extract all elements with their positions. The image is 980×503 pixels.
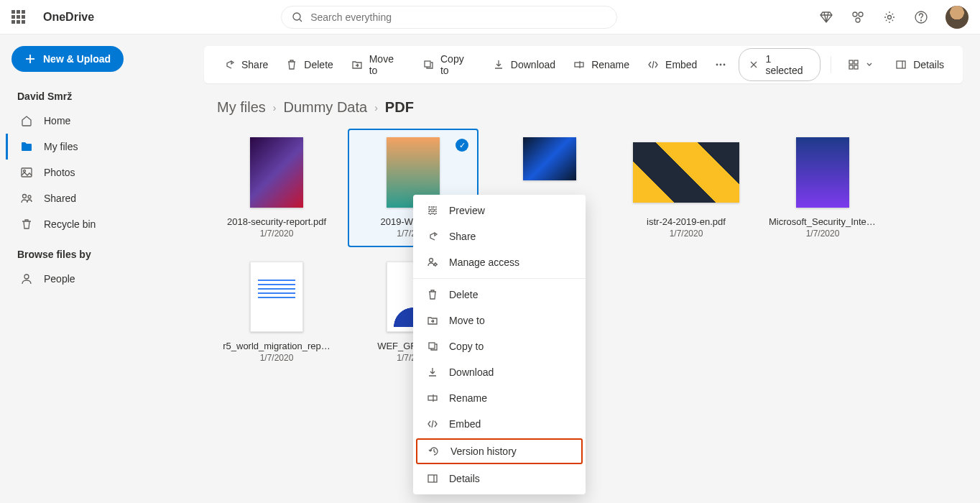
close-icon[interactable]: [749, 60, 758, 69]
menu-copy-to[interactable]: Copy to: [413, 333, 586, 359]
file-name: 2018-security-report.pdf: [220, 216, 333, 227]
breadcrumb-folder[interactable]: Dummy Data: [283, 99, 367, 116]
svg-point-0: [293, 13, 300, 20]
file-tile[interactable]: 2018-security-report.pdf 1/7/2020: [211, 129, 342, 247]
svg-point-30: [435, 264, 437, 266]
brand-name[interactable]: OneDrive: [43, 11, 94, 24]
info-icon: [426, 472, 439, 485]
download-button[interactable]: Download: [486, 54, 561, 75]
rename-icon: [426, 392, 439, 405]
settings-icon[interactable]: [882, 10, 897, 24]
new-upload-button[interactable]: New & Upload: [11, 46, 124, 72]
checkmark-icon[interactable]: ✓: [456, 139, 468, 152]
user-avatar[interactable]: [946, 6, 969, 29]
info-icon: [895, 58, 907, 71]
svg-rect-31: [429, 343, 435, 349]
trash-icon: [426, 288, 439, 301]
premium-icon[interactable]: [819, 10, 833, 24]
svg-point-2: [853, 12, 857, 17]
file-tile[interactable]: istr-24-2019-en.pdf 1/7/2020: [621, 129, 752, 247]
menu-embed[interactable]: Embed: [413, 411, 586, 437]
menu-delete[interactable]: Delete: [413, 282, 586, 308]
nav-shared[interactable]: Shared: [6, 185, 181, 211]
menu-share-label: Share: [449, 231, 476, 242]
menu-share[interactable]: Share: [413, 223, 586, 249]
rename-label: Rename: [591, 59, 629, 70]
breadcrumb-root[interactable]: My files: [217, 99, 266, 116]
svg-rect-34: [428, 475, 437, 482]
menu-embed-label: Embed: [449, 418, 481, 430]
menu-move-to[interactable]: Move to: [413, 308, 586, 333]
svg-point-29: [430, 259, 433, 262]
file-name: Microsoft_Security_Intell…: [766, 216, 879, 227]
folder-icon: [19, 139, 34, 154]
nav-home[interactable]: Home: [6, 108, 181, 134]
more-button[interactable]: [708, 54, 733, 75]
menu-details[interactable]: Details: [413, 466, 586, 492]
access-icon: [426, 256, 439, 269]
search-input[interactable]: [310, 11, 606, 23]
help-icon[interactable]: [914, 10, 928, 24]
svg-point-19: [720, 64, 722, 66]
folder-arrow-icon: [351, 58, 364, 71]
move-to-label: Move to: [369, 53, 405, 76]
file-thumbnail: [633, 142, 739, 203]
nav-my-files[interactable]: My files: [6, 134, 181, 160]
selection-pill[interactable]: 1 selected: [739, 48, 820, 81]
menu-copy-to-label: Copy to: [449, 341, 484, 352]
nav-home-label: Home: [44, 115, 70, 126]
file-tile[interactable]: r5_world_migration_rep… 1/7/2020: [211, 253, 342, 372]
file-thumbnail: [250, 137, 303, 208]
nav-my-files-label: My files: [44, 141, 78, 152]
share-icon: [223, 58, 236, 71]
delete-button[interactable]: Delete: [279, 54, 338, 75]
rename-button[interactable]: Rename: [567, 54, 635, 75]
move-to-button[interactable]: Move to: [345, 49, 410, 80]
share-button[interactable]: Share: [217, 54, 274, 75]
user-name: David Smrž: [6, 85, 181, 108]
copy-icon: [426, 340, 439, 353]
share-icon: [426, 230, 439, 243]
svg-point-20: [724, 64, 726, 66]
download-icon: [426, 366, 439, 379]
browse-section-label: Browse files by: [6, 237, 181, 266]
grid-icon: [847, 58, 860, 71]
svg-rect-26: [854, 65, 858, 69]
svg-line-1: [300, 19, 302, 22]
svg-point-13: [28, 195, 31, 198]
file-name: istr-24-2019-en.pdf: [629, 216, 743, 227]
svg-rect-23: [849, 60, 853, 64]
command-bar-right: 1 selected Details: [739, 48, 950, 81]
file-date: 1/7/2020: [629, 229, 743, 239]
file-tile[interactable]: Microsoft_Security_Intell… 1/7/2020: [757, 129, 888, 247]
plus-icon: [24, 53, 36, 65]
history-icon: [427, 445, 440, 458]
svg-point-12: [23, 195, 27, 198]
svg-rect-15: [425, 61, 430, 67]
new-upload-label: New & Upload: [43, 53, 111, 65]
search-box[interactable]: [281, 6, 617, 29]
share-label: Share: [241, 59, 268, 70]
menu-manage-access[interactable]: Manage access: [413, 249, 586, 275]
search-icon: [292, 11, 303, 23]
nav-recycle-bin[interactable]: Recycle bin: [6, 211, 181, 237]
menu-rename[interactable]: Rename: [413, 385, 586, 411]
copy-to-button[interactable]: Copy to: [416, 49, 481, 80]
svg-rect-25: [849, 65, 853, 69]
styles-icon[interactable]: [851, 10, 865, 24]
file-thumbnail: [250, 262, 303, 332]
preview-icon: [426, 204, 439, 217]
svg-rect-10: [22, 168, 32, 177]
svg-point-5: [888, 15, 892, 19]
menu-preview[interactable]: Preview: [413, 198, 586, 223]
context-menu: Preview Share Manage access Delete Move …: [413, 195, 586, 494]
menu-version-history[interactable]: Version history: [416, 438, 583, 464]
app-launcher-icon[interactable]: [11, 10, 26, 24]
embed-button[interactable]: Embed: [641, 54, 703, 75]
menu-download[interactable]: Download: [413, 359, 586, 385]
view-switcher[interactable]: [841, 54, 879, 75]
shared-icon: [19, 191, 34, 206]
nav-photos[interactable]: Photos: [6, 160, 181, 185]
details-button[interactable]: Details: [889, 54, 950, 75]
nav-people[interactable]: People: [6, 266, 181, 292]
